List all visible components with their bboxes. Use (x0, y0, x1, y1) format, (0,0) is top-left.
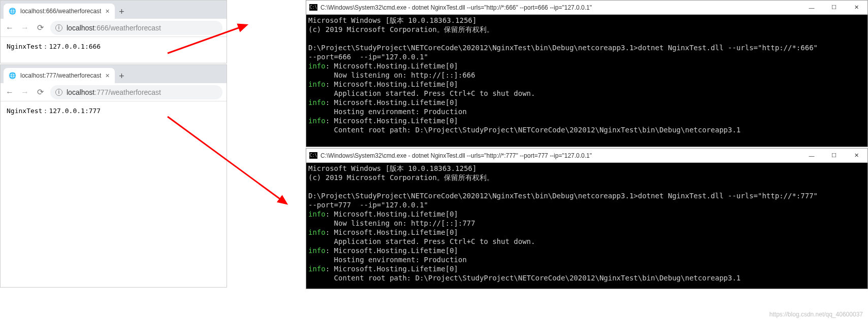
site-info-icon[interactable]: i (55, 89, 62, 96)
minimize-button[interactable]: — (800, 1, 823, 14)
cmd-window-777: C:\ C:\Windows\System32\cmd.exe - dotnet… (306, 148, 868, 289)
forward-button[interactable]: → (20, 23, 30, 32)
globe-icon: 🌐 (9, 72, 16, 79)
reload-button[interactable]: ⟳ (35, 23, 45, 32)
forward-button[interactable]: → (20, 88, 30, 97)
tab-strip: 🌐 localhost:666/weatherforecast × + (1, 1, 227, 19)
watermark: https://blog.csdn.net/qq_40600037 (769, 311, 863, 318)
back-button[interactable]: ← (5, 23, 15, 32)
cmd-window-666: C:\ C:\Windows\System32\cmd.exe - dotnet… (306, 0, 868, 147)
cmd-output[interactable]: Microsoft Windows [版本 10.0.18363.1256] (… (306, 163, 867, 289)
cmd-icon: C:\ (309, 4, 317, 11)
tab-strip: 🌐 localhost:777/weatherforecast × + (1, 65, 227, 83)
close-icon[interactable]: × (105, 7, 109, 15)
page-content: NginxTest：127.0.0.1:666 (1, 37, 227, 56)
new-tab-button[interactable]: + (115, 5, 129, 19)
browser-tab[interactable]: 🌐 localhost:666/weatherforecast × (4, 4, 115, 19)
new-tab-button[interactable]: + (115, 69, 129, 83)
browser-window-666: 🌐 localhost:666/weatherforecast × + ← → … (0, 0, 227, 63)
address-bar[interactable]: i localhost:777/weatherforecast (50, 85, 222, 99)
globe-icon: 🌐 (9, 8, 16, 15)
url-text: localhost:666/weatherforecast (67, 24, 161, 32)
close-button[interactable]: ✕ (845, 1, 867, 14)
cmd-icon: C:\ (309, 152, 317, 159)
cmd-title: C:\Windows\System32\cmd.exe - dotnet Ngi… (320, 4, 800, 11)
site-info-icon[interactable]: i (55, 24, 62, 31)
window-controls: — ☐ ✕ (800, 149, 867, 162)
page-content: NginxTest：127.0.0.1:777 (1, 101, 227, 121)
cmd-output[interactable]: Microsoft Windows [版本 10.0.18363.1256] (… (306, 15, 867, 147)
tab-title: localhost:777/weatherforecast (20, 72, 101, 79)
browser-toolbar: ← → ⟳ i localhost:666/weatherforecast (1, 19, 227, 37)
back-button[interactable]: ← (5, 88, 15, 97)
minimize-button[interactable]: — (800, 149, 823, 162)
reload-button[interactable]: ⟳ (35, 87, 45, 97)
browser-toolbar: ← → ⟳ i localhost:777/weatherforecast (1, 83, 227, 101)
window-controls: — ☐ ✕ (800, 1, 867, 14)
tab-title: localhost:666/weatherforecast (20, 8, 101, 15)
url-text: localhost:777/weatherforecast (67, 88, 161, 96)
cmd-titlebar[interactable]: C:\ C:\Windows\System32\cmd.exe - dotnet… (306, 1, 867, 15)
address-bar[interactable]: i localhost:666/weatherforecast (50, 21, 222, 35)
close-button[interactable]: ✕ (845, 149, 867, 162)
browser-tab[interactable]: 🌐 localhost:777/weatherforecast × (4, 68, 115, 83)
cmd-title: C:\Windows\System32\cmd.exe - dotnet Ngi… (320, 152, 800, 159)
cmd-titlebar[interactable]: C:\ C:\Windows\System32\cmd.exe - dotnet… (306, 149, 867, 163)
browser-window-777: 🌐 localhost:777/weatherforecast × + ← → … (0, 64, 227, 288)
maximize-button[interactable]: ☐ (823, 149, 845, 162)
close-icon[interactable]: × (105, 72, 109, 80)
maximize-button[interactable]: ☐ (823, 1, 845, 14)
